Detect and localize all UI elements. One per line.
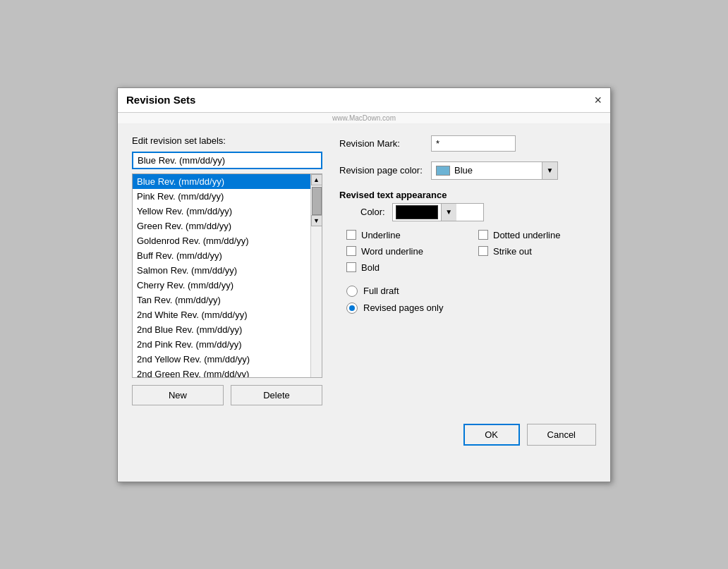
checkbox-row[interactable]: Underline	[346, 230, 464, 240]
dialog-body: Edit revision set labels: Blue Rev. (mm/…	[118, 124, 610, 417]
checkbox-label: Strike out	[493, 246, 532, 257]
radio-button[interactable]	[346, 302, 358, 314]
text-color-dropdown-arrow[interactable]: ▼	[441, 204, 456, 221]
text-color-dropdown[interactable]: ▼	[392, 203, 484, 221]
checkbox-label: Underline	[361, 230, 401, 240]
ok-button[interactable]: OK	[463, 424, 520, 446]
scroll-up-button[interactable]: ▲	[311, 174, 322, 185]
list-item[interactable]: 2nd Green Rev. (mm/dd/yy)	[133, 367, 310, 377]
radio-row[interactable]: Revised pages only	[346, 302, 596, 314]
checkbox-label: Bold	[361, 262, 380, 273]
list-container: Blue Rev. (mm/dd/yy)Pink Rev. (mm/dd/yy)…	[132, 173, 322, 378]
delete-button[interactable]: Delete	[231, 385, 322, 405]
radio-button[interactable]	[346, 286, 358, 297]
list-button-row: New Delete	[132, 385, 322, 405]
text-appearance-title: Revised text appearance	[339, 190, 596, 200]
radio-label: Full draft	[363, 286, 399, 296]
radio-selected-indicator	[349, 305, 355, 311]
right-panel: Revision Mark: Revision page color: Blue…	[339, 135, 596, 405]
checkbox-box[interactable]	[346, 246, 356, 256]
revision-page-color-label: Revision page color:	[339, 165, 424, 176]
list-item[interactable]: Green Rev. (mm/dd/yy)	[133, 219, 310, 233]
revision-page-color-value: Blue	[454, 165, 542, 176]
checkbox-row[interactable]: Word underline	[346, 246, 464, 257]
list-item[interactable]: Yellow Rev. (mm/dd/yy)	[133, 204, 310, 219]
dropdown-arrow-icon[interactable]: ▼	[542, 162, 557, 179]
list-item[interactable]: 2nd Yellow Rev. (mm/dd/yy)	[133, 352, 310, 367]
revision-sets-dialog: Revision Sets × www.MacDown.com Edit rev…	[117, 87, 611, 482]
new-button[interactable]: New	[132, 385, 224, 405]
list-item[interactable]: Salmon Rev. (mm/dd/yy)	[133, 263, 310, 278]
revision-mark-row: Revision Mark:	[339, 135, 596, 152]
text-color-row: Color: ▼	[360, 203, 596, 221]
dialog-footer: OK Cancel	[118, 417, 610, 457]
title-bar: Revision Sets ×	[118, 88, 610, 113]
edit-section-label: Edit revision set labels:	[132, 135, 322, 146]
list-item[interactable]: Tan Rev. (mm/dd/yy)	[133, 293, 310, 307]
radio-label: Revised pages only	[363, 302, 443, 313]
scroll-down-button[interactable]: ▼	[311, 215, 322, 226]
checkbox-label: Word underline	[361, 246, 423, 257]
checkbox-box[interactable]	[478, 246, 488, 256]
checkbox-grid: UnderlineDotted underlineWord underlineS…	[346, 230, 596, 273]
cancel-button[interactable]: Cancel	[527, 424, 596, 446]
list-item[interactable]: Pink Rev. (mm/dd/yy)	[133, 189, 310, 204]
list-item[interactable]: 2nd Blue Rev. (mm/dd/yy)	[133, 322, 310, 337]
checkbox-row[interactable]: Dotted underline	[478, 230, 596, 240]
checkbox-row[interactable]: Bold	[346, 262, 464, 273]
text-appearance-section: Revised text appearance Color: ▼ Underli…	[339, 190, 596, 273]
radio-section: Full draftRevised pages only	[346, 286, 596, 314]
list-item[interactable]: 2nd Pink Rev. (mm/dd/yy)	[133, 337, 310, 352]
close-button[interactable]: ×	[594, 94, 602, 106]
list-item[interactable]: 2nd White Rev. (mm/dd/yy)	[133, 307, 310, 322]
dialog-title: Revision Sets	[126, 94, 195, 106]
list-item[interactable]: Cherry Rev. (mm/dd/yy)	[133, 278, 310, 293]
edit-label-input[interactable]	[132, 152, 322, 169]
scrollbar: ▲ ▼	[310, 174, 322, 377]
color-label: Color:	[360, 207, 385, 217]
color-swatch-black	[396, 205, 438, 219]
color-swatch-blue	[436, 166, 450, 176]
revision-page-color-dropdown[interactable]: Blue ▼	[431, 161, 558, 180]
radio-row[interactable]: Full draft	[346, 286, 596, 297]
left-panel: Edit revision set labels: Blue Rev. (mm/…	[132, 135, 322, 405]
checkbox-box[interactable]	[346, 262, 356, 272]
list-item[interactable]: Blue Rev. (mm/dd/yy)	[133, 174, 310, 189]
revision-mark-label: Revision Mark:	[339, 138, 424, 149]
list-items[interactable]: Blue Rev. (mm/dd/yy)Pink Rev. (mm/dd/yy)…	[133, 174, 310, 377]
watermark: www.MacDown.com	[118, 113, 610, 124]
list-item[interactable]: Goldenrod Rev. (mm/dd/yy)	[133, 233, 310, 248]
checkbox-row[interactable]: Strike out	[478, 246, 596, 257]
scroll-thumb[interactable]	[312, 187, 322, 215]
revision-mark-input[interactable]	[431, 135, 516, 152]
revision-page-color-row: Revision page color: Blue ▼	[339, 161, 596, 180]
checkbox-label: Dotted underline	[493, 230, 560, 240]
checkbox-box[interactable]	[346, 230, 356, 240]
checkbox-box[interactable]	[478, 230, 488, 240]
list-item[interactable]: Buff Rev. (mm/dd/yy)	[133, 248, 310, 263]
